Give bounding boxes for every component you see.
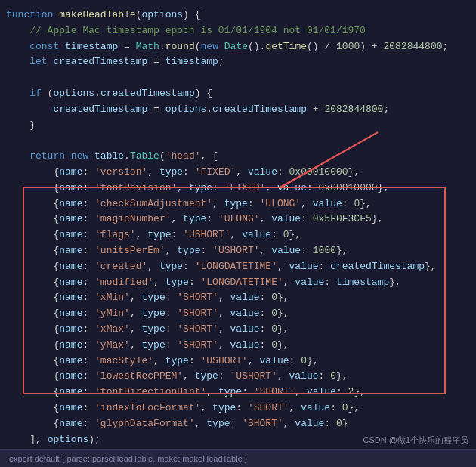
- code-line-4: let createdTimestamp = timestamp;: [0, 54, 476, 70]
- code-line-12: {name: 'fontRevision', type: 'FIXED', va…: [0, 181, 476, 196]
- code-line-21: {name: 'xMax', type: 'SHORT', value: 0},: [0, 322, 476, 338]
- code-line-3: const timestamp = Math.round(new Date().…: [0, 39, 476, 55]
- code-line-10: return new table.Table('head', [: [0, 149, 476, 165]
- bottom-bar: export default { parse: parseHeadTable, …: [0, 449, 476, 467]
- code-line-1: function makeHeadTable(options) {: [0, 8, 476, 23]
- code-line-16: {name: 'unitsPerEm', type: 'USHORT', val…: [0, 243, 476, 259]
- code-line-13: {name: 'checkSumAdjustment', type: 'ULON…: [0, 196, 476, 212]
- code-line-27: {name: 'glyphDataFormat', type: 'SHORT',…: [0, 416, 476, 432]
- code-line-7: createdTimestamp = options.createdTimest…: [0, 102, 476, 118]
- code-line-5: [0, 70, 476, 86]
- code-line-19: {name: 'xMin', type: 'SHORT', value: 0},: [0, 290, 476, 306]
- code-line-6: if (options.createdTimestamp) {: [0, 86, 476, 102]
- code-line-18: {name: 'modified', type: 'LONGDATETIME',…: [0, 275, 476, 291]
- code-line-8: }: [0, 118, 476, 134]
- code-editor: function makeHeadTable(options) { // App…: [0, 0, 476, 467]
- code-line-11: {name: 'version', type: 'FIXED', value: …: [0, 165, 476, 181]
- bottom-bar-text: export default { parse: parseHeadTable, …: [9, 454, 248, 463]
- code-line-24: {name: 'lowestRecPPEM', type: 'USHORT', …: [0, 369, 476, 385]
- code-line-22: {name: 'yMax', type: 'SHORT', value: 0},: [0, 338, 476, 354]
- code-line-15: {name: 'flags', type: 'USHORT', value: 0…: [0, 227, 476, 243]
- code-line-20: {name: 'yMin', type: 'SHORT', value: 0},: [0, 306, 476, 322]
- code-line-14: {name: 'magicNumber', type: 'ULONG', val…: [0, 212, 476, 227]
- code-line-2: // Apple Mac timestamp epoch is 01/01/19…: [0, 23, 476, 39]
- code-line-17: {name: 'created', type: 'LONGDATETIME', …: [0, 259, 476, 275]
- watermark: CSDN @做1个快乐的程序员: [363, 435, 468, 446]
- code-line-26: {name: 'indexToLocFormat', type: 'SHORT'…: [0, 401, 476, 416]
- code-line-25: {name: 'fontDirectionHint', type: 'SHORT…: [0, 385, 476, 401]
- code-line-9: [0, 133, 476, 149]
- code-line-23: {name: 'macStyle', type: 'USHORT', value…: [0, 354, 476, 370]
